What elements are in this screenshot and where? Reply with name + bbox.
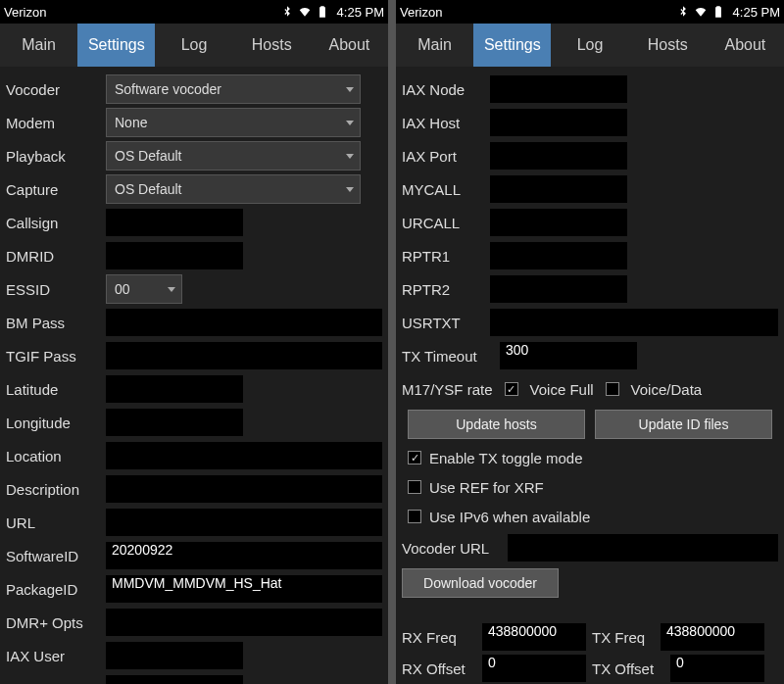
update-id-button[interactable]: Update ID files [595, 410, 772, 439]
vocurl-input[interactable] [508, 534, 778, 562]
longitude-input[interactable] [106, 409, 243, 436]
vocoder-select[interactable]: Software vocoder [106, 74, 361, 104]
status-bar: Verizon 4:25 PM [396, 0, 784, 24]
tab-about[interactable]: About [311, 24, 388, 67]
essid-select[interactable]: 00 [106, 274, 182, 304]
iaxhost-input[interactable] [490, 109, 627, 136]
device-right: Verizon 4:25 PM Main Settings Log Hosts … [396, 0, 784, 684]
rptr2-input[interactable] [490, 275, 627, 303]
callsign-input[interactable] [106, 209, 243, 236]
chevron-down-icon [346, 187, 354, 192]
carrier-label: Verizon [4, 5, 280, 20]
softwareid-input[interactable]: 20200922 [106, 542, 382, 569]
dmrid-label: DMRID [6, 248, 100, 265]
txtoggle-checkbox[interactable] [408, 451, 421, 464]
voicedata-label: Voice/Data [631, 381, 703, 398]
refxrf-checkbox[interactable] [408, 480, 421, 494]
ipv6-label: Use IPv6 when available [429, 509, 590, 525]
bmpass-label: BM Pass [6, 315, 100, 331]
location-label: Location [6, 448, 100, 464]
latitude-input[interactable] [106, 375, 243, 403]
rxfreq-label: RX Freq [402, 629, 476, 646]
voicedata-checkbox[interactable] [606, 382, 619, 396]
tab-hosts[interactable]: Hosts [233, 24, 311, 67]
carrier-label: Verizon [400, 5, 676, 20]
tab-bar: Main Settings Log Hosts About [396, 24, 784, 67]
vocurl-label: Vocoder URL [402, 540, 502, 557]
tab-hosts[interactable]: Hosts [629, 24, 707, 67]
status-bar: Verizon 4:25 PM [0, 0, 388, 24]
settings-panel-left: Vocoder Software vocoder Modem None Play… [0, 67, 388, 684]
modem-select[interactable]: None [106, 108, 361, 137]
rptr1-input[interactable] [490, 242, 627, 269]
iaxport-label: IAX Port [402, 148, 484, 165]
playback-label: Playback [6, 148, 100, 165]
txoffset-input[interactable]: 0 [670, 655, 764, 682]
url-label: URL [6, 514, 100, 531]
vocoder-label: Vocoder [6, 81, 100, 98]
txfreq-label: TX Freq [592, 629, 655, 646]
iaxport-input[interactable] [490, 142, 627, 170]
tab-settings[interactable]: Settings [473, 24, 551, 67]
tab-bar: Main Settings Log Hosts About [0, 24, 388, 67]
tab-log[interactable]: Log [551, 24, 628, 67]
essid-label: ESSID [6, 281, 100, 298]
bmpass-input[interactable] [106, 309, 382, 336]
rxoffset-input[interactable]: 0 [482, 655, 586, 682]
urcall-label: URCALL [402, 215, 484, 231]
dmropts-label: DMR+ Opts [6, 614, 100, 631]
settings-panel-right: IAX Node IAX Host IAX Port MYCALL URCALL… [396, 67, 784, 684]
voicefull-label: Voice Full [530, 381, 594, 398]
voicefull-checkbox[interactable] [505, 382, 518, 396]
wifi-icon [694, 5, 708, 19]
packageid-input[interactable]: MMDVM_MMDVM_HS_Hat [106, 575, 382, 603]
rxfreq-input[interactable]: 438800000 [482, 623, 586, 651]
usrtxt-input[interactable] [490, 309, 778, 336]
battery-icon [316, 5, 329, 19]
tab-log[interactable]: Log [155, 24, 232, 67]
rxoffset-label: RX Offset [402, 660, 476, 677]
mycall-label: MYCALL [402, 181, 484, 198]
tab-settings[interactable]: Settings [77, 24, 155, 67]
iaxuser-input[interactable] [106, 642, 243, 669]
usrtxt-label: USRTXT [402, 315, 484, 331]
bluetooth-icon [280, 5, 294, 19]
update-hosts-button[interactable]: Update hosts [408, 410, 585, 439]
chevron-down-icon [346, 87, 354, 92]
clock-label: 4:25 PM [733, 5, 780, 20]
rptr1-label: RPTR1 [402, 248, 484, 265]
iaxsecret-label: IAX secret [6, 681, 100, 685]
txtimeout-input[interactable]: 300 [500, 342, 637, 369]
urcall-input[interactable] [490, 209, 627, 236]
playback-select[interactable]: OS Default [106, 141, 361, 171]
description-input[interactable] [106, 475, 382, 503]
mycall-input[interactable] [490, 175, 627, 203]
clock-label: 4:25 PM [337, 5, 384, 20]
iaxsecret-input[interactable] [106, 675, 243, 684]
dmrid-input[interactable] [106, 242, 243, 269]
modem-label: Modem [6, 115, 100, 131]
tgifpass-input[interactable] [106, 342, 382, 369]
txtoggle-label: Enable TX toggle mode [429, 450, 583, 466]
url-input[interactable] [106, 509, 382, 536]
txoffset-label: TX Offset [592, 660, 664, 677]
packageid-label: PackageID [6, 581, 100, 598]
iaxnode-input[interactable] [490, 75, 627, 103]
rate-label: M17/YSF rate [402, 381, 493, 398]
longitude-label: Longitude [6, 415, 100, 431]
tab-main[interactable]: Main [396, 24, 473, 67]
txfreq-input[interactable]: 438800000 [661, 623, 764, 651]
ipv6-checkbox[interactable] [408, 510, 421, 523]
softwareid-label: SoftwareID [6, 548, 100, 564]
tab-main[interactable]: Main [0, 24, 77, 67]
iaxuser-label: IAX User [6, 648, 100, 664]
dmropts-input[interactable] [106, 609, 382, 636]
tab-about[interactable]: About [707, 24, 784, 67]
capture-select[interactable]: OS Default [106, 174, 361, 204]
device-left: Verizon 4:25 PM Main Settings Log Hosts … [0, 0, 388, 684]
iaxnode-label: IAX Node [402, 81, 484, 98]
bluetooth-icon [676, 5, 690, 19]
wifi-icon [298, 5, 312, 19]
download-vocoder-button[interactable]: Download vocoder [402, 568, 559, 598]
location-input[interactable] [106, 442, 382, 469]
